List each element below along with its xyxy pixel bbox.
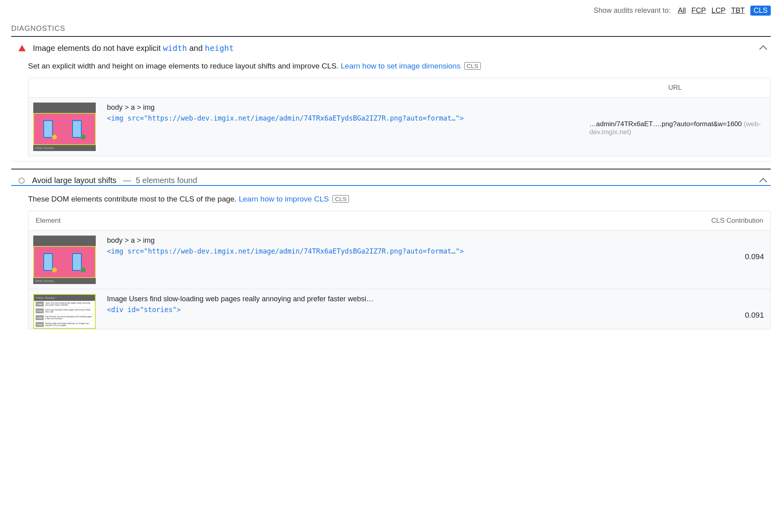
col-cls-header: CLS Contribution [691, 217, 763, 225]
diagnostics-heading: DIAGNOSTICS [11, 24, 771, 33]
filter-lcp[interactable]: LCP [711, 6, 726, 15]
url-cell: …admin/74TRx6aET….png?auto=format&w=1600… [589, 103, 766, 136]
audit-description: Set an explicit width and height on imag… [28, 62, 771, 71]
chevron-up-icon [759, 178, 767, 186]
filter-tbt[interactable]: TBT [731, 6, 745, 15]
filter-label: Show audits relevant to: [594, 6, 671, 15]
filter-cls-active[interactable]: CLS [750, 6, 771, 16]
dom-path: body > a > img [107, 236, 688, 245]
col-url-header: URL [587, 84, 763, 92]
element-snippet: <div id="stories"> [107, 306, 688, 314]
cls-badge: CLS [333, 195, 349, 203]
audit-table: Element CLS Contribution Other Stories: … [28, 211, 771, 329]
table-header: Element CLS Contribution [28, 211, 770, 231]
element-thumbnail: Other Stories: [33, 236, 101, 284]
table-row[interactable]: Other Stories: body > a > img <img src="… [28, 98, 770, 156]
col-element-header: Element [36, 217, 691, 225]
filter-all[interactable]: All [678, 6, 686, 15]
fail-triangle-icon [18, 45, 26, 51]
cls-value: 0.091 [693, 294, 766, 320]
learn-link[interactable]: Learn how to improve CLS [239, 195, 329, 203]
dom-path: Image Users find slow-loading web pages … [107, 294, 688, 303]
element-snippet: <img src="https://web-dev.imgix.net/imag… [107, 247, 688, 255]
audit-image-dimensions: Image elements do not have explicit widt… [11, 37, 771, 161]
learn-link[interactable]: Learn how to set image dimensions [341, 62, 461, 70]
table-row[interactable]: Other Stories: ImageUsers find slow-load… [28, 289, 770, 329]
dom-path: body > a > img [107, 103, 584, 112]
element-snippet: <img src="https://web-dev.imgix.net/imag… [107, 114, 584, 122]
audit-header[interactable]: Avoid large layout shifts — 5 elements f… [11, 176, 771, 185]
audit-filter-bar: Show audits relevant to: All FCP LCP TBT… [11, 4, 771, 21]
table-header: URL [28, 78, 770, 98]
element-thumbnail: Other Stories: ImageUsers find slow-load… [33, 294, 101, 329]
active-audit-underline [11, 185, 771, 186]
audit-description: These DOM elements contribute most to th… [28, 195, 771, 204]
element-thumbnail: Other Stories: [33, 103, 101, 151]
table-row[interactable]: Other Stories: body > a > img <img src="… [28, 231, 770, 289]
audit-header[interactable]: Image elements do not have explicit widt… [11, 43, 771, 53]
info-circle-icon [18, 177, 25, 184]
cls-value: 0.094 [693, 236, 766, 261]
chevron-up-icon [759, 45, 767, 53]
audit-title: Image elements do not have explicit widt… [33, 43, 753, 53]
cls-badge: CLS [464, 62, 481, 70]
audit-layout-shifts: Avoid large layout shifts — 5 elements f… [11, 169, 771, 185]
audit-table: URL Other Stories: body > a > img <img s… [28, 78, 771, 156]
filter-fcp[interactable]: FCP [691, 6, 706, 15]
audit-title: Avoid large layout shifts — 5 elements f… [32, 176, 753, 185]
